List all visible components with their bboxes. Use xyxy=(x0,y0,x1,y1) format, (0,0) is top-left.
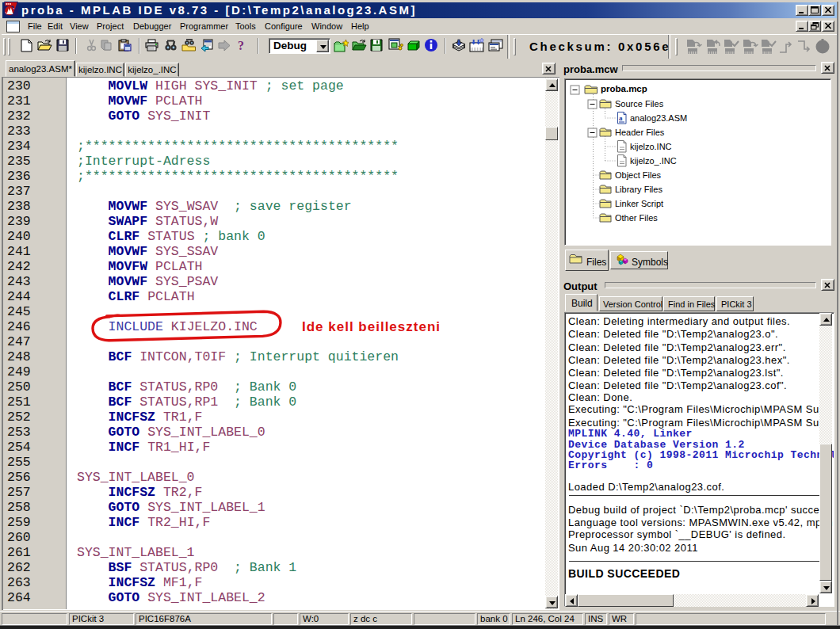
svg-text:a: a xyxy=(619,114,623,122)
svg-text:?: ? xyxy=(238,39,244,52)
